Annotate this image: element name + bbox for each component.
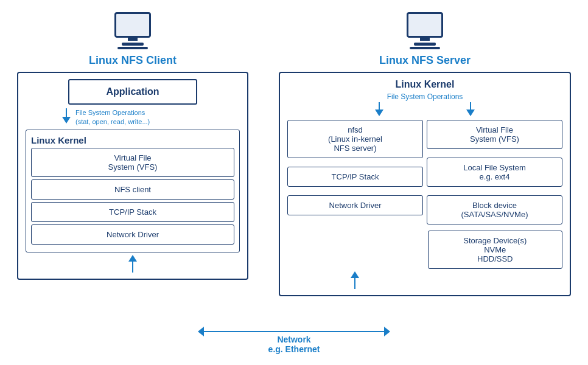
server-outer-box: Linux Kernel File System Operations bbox=[279, 72, 571, 296]
client-kernel-label: Linux Kernel bbox=[31, 135, 234, 145]
nfs-client-box: NFS client bbox=[31, 179, 234, 200]
net-arrow-body-right bbox=[354, 278, 355, 289]
fs-ops-arrow-right bbox=[470, 102, 471, 109]
storage-box: Storage Device(s)NVMeHDD/SSD bbox=[428, 231, 562, 269]
vfs-box-left: Virtual FileSystem (VFS) bbox=[31, 148, 234, 177]
fs-ops-arrow-line bbox=[66, 108, 67, 117]
diagram: Linux NFS Client Application File System… bbox=[2, 6, 586, 359]
server-monitor-stand bbox=[414, 43, 436, 46]
server-kernel-label: Linux Kernel bbox=[287, 79, 562, 90]
server-monitor bbox=[407, 12, 443, 49]
left-panel: Linux NFS Client Application File System… bbox=[17, 12, 248, 280]
tcpip-box-left: TCP/IP Stack bbox=[31, 202, 234, 222]
fs-ops-arrowhead-right bbox=[466, 109, 475, 116]
client-outer-box: Application File System Operations(stat,… bbox=[17, 72, 248, 280]
fs-ops-arrowhead-left bbox=[375, 109, 383, 116]
network-arrow bbox=[203, 331, 385, 332]
vfs-box-right: Virtual FileSystem (VFS) bbox=[427, 120, 562, 149]
server-fs-ops-label: File System Operations bbox=[387, 92, 463, 101]
monitor-base bbox=[117, 47, 148, 49]
nfsd-box: nfsd(Linux in-kernelNFS server) bbox=[287, 120, 423, 158]
right-panel: Linux NFS Server Linux Kernel File Syste… bbox=[279, 12, 571, 296]
server-title: Linux NFS Server bbox=[379, 54, 471, 67]
netdriver-box-left: Network Driver bbox=[31, 224, 234, 245]
net-arrow-up-right bbox=[351, 271, 359, 278]
localfs-box: Local File Systeme.g. ext4 bbox=[427, 158, 562, 187]
server-monitor-base bbox=[410, 47, 440, 49]
fs-ops-arrow-left bbox=[379, 102, 380, 109]
tcpip-box-right: TCP/IP Stack bbox=[287, 167, 423, 187]
blockdev-box: Block device(SATA/SAS/NVMe) bbox=[427, 195, 562, 224]
client-title: Linux NFS Client bbox=[89, 54, 177, 67]
network-label: Networke.g. Ethernet bbox=[268, 335, 320, 354]
application-box: Application bbox=[68, 79, 197, 105]
net-arrow-body-left bbox=[132, 262, 133, 273]
net-arrow-up-left bbox=[128, 255, 137, 262]
fs-ops-label: File System Operations(stat, open, read,… bbox=[75, 108, 150, 127]
network-section: Networke.g. Ethernet bbox=[178, 331, 410, 354]
client-monitor bbox=[114, 12, 151, 49]
fs-ops-arrow-head bbox=[62, 117, 71, 123]
server-monitor-screen bbox=[407, 12, 443, 38]
netdriver-box-right: Network Driver bbox=[287, 195, 423, 215]
monitor-screen bbox=[114, 12, 151, 38]
monitor-stand bbox=[122, 43, 144, 46]
